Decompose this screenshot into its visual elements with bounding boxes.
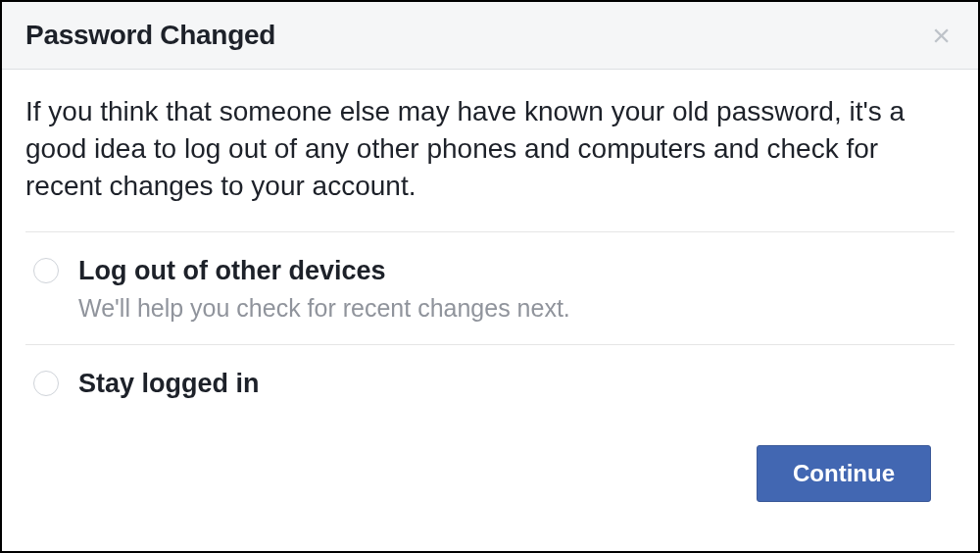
continue-button[interactable]: Continue (757, 445, 931, 502)
dialog-footer: Continue (25, 424, 955, 524)
dialog-header: Password Changed × (2, 2, 978, 70)
radio-icon (33, 258, 59, 283)
option-sublabel: We'll help you check for recent changes … (78, 294, 570, 323)
radio-icon (33, 371, 59, 396)
option-logout-other-devices[interactable]: Log out of other devices We'll help you … (25, 231, 955, 344)
close-button[interactable]: × (928, 20, 955, 51)
option-stay-logged-in[interactable]: Stay logged in (25, 344, 955, 423)
close-icon: × (932, 18, 951, 53)
option-text: Stay logged in (78, 367, 260, 401)
dialog-description: If you think that someone else may have … (25, 93, 955, 204)
dialog-body: If you think that someone else may have … (2, 70, 978, 551)
dialog-title: Password Changed (25, 20, 275, 51)
option-text: Log out of other devices We'll help you … (78, 254, 570, 323)
password-changed-dialog: Password Changed × If you think that som… (0, 0, 980, 553)
option-label: Log out of other devices (78, 254, 570, 288)
option-label: Stay logged in (78, 367, 260, 401)
